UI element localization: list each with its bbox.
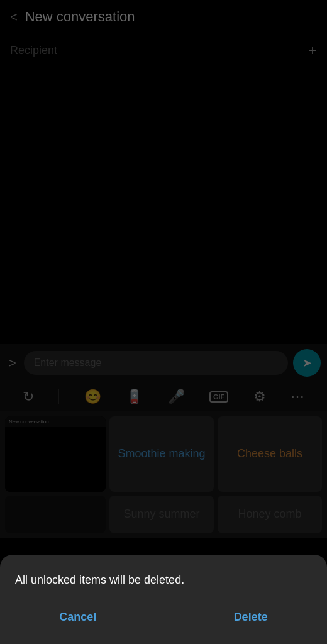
action-divider bbox=[165, 609, 165, 626]
cancel-button[interactable]: Cancel bbox=[39, 606, 116, 629]
delete-dialog: All unlocked items will be deleted. Canc… bbox=[0, 555, 327, 644]
delete-button[interactable]: Delete bbox=[214, 606, 288, 629]
dialog-overlay bbox=[0, 0, 327, 644]
dialog-message: All unlocked items will be deleted. bbox=[15, 572, 312, 588]
dialog-actions: Cancel Delete bbox=[15, 606, 312, 629]
